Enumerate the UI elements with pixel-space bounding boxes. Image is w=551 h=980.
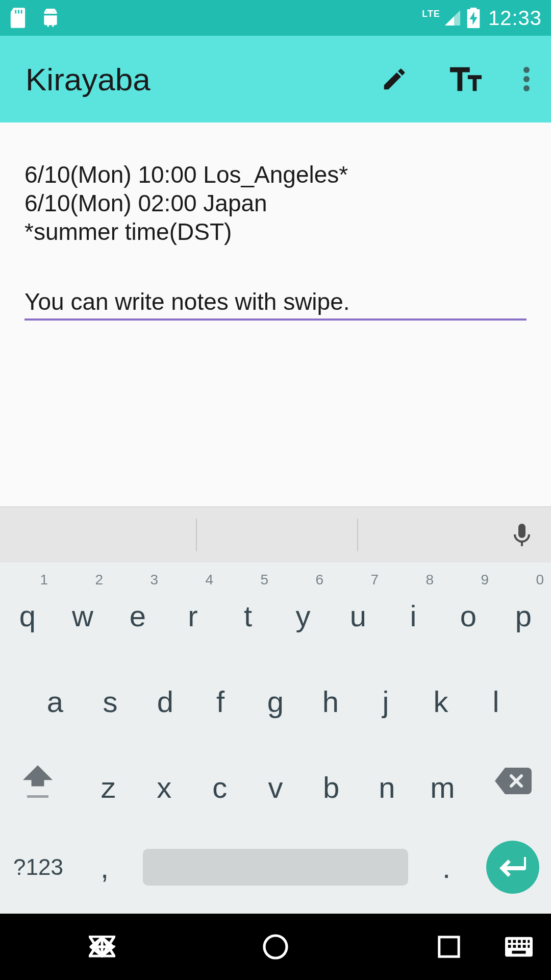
- key-label: u: [350, 599, 366, 633]
- key-label: y: [296, 599, 311, 633]
- back-button[interactable]: [51, 936, 153, 958]
- recent-apps-button[interactable]: [398, 935, 500, 959]
- soft-keyboard: q1w2e3r4t5y6u7i8o9p0 asdfghjkl zxcvbnm ?…: [0, 562, 551, 914]
- symbols-key[interactable]: ?123: [0, 824, 77, 911]
- key-i[interactable]: i8: [386, 567, 441, 652]
- text-size-icon[interactable]: [450, 66, 482, 92]
- key-hint: 2: [95, 572, 103, 588]
- android-icon: [41, 9, 60, 27]
- key-x[interactable]: x: [136, 738, 192, 824]
- key-hint: 3: [150, 572, 158, 588]
- key-f[interactable]: f: [193, 652, 248, 738]
- svg-rect-9: [523, 940, 526, 943]
- key-label: i: [410, 599, 417, 633]
- key-label: q: [19, 599, 36, 633]
- key-label: f: [216, 684, 224, 719]
- home-button[interactable]: [224, 934, 327, 960]
- key-label: b: [323, 770, 339, 804]
- key-a[interactable]: a: [28, 652, 83, 738]
- key-label: e: [130, 599, 146, 633]
- svg-rect-13: [518, 945, 521, 948]
- signal-icon: [443, 9, 462, 27]
- enter-key[interactable]: [474, 824, 551, 911]
- key-g[interactable]: g: [248, 652, 303, 738]
- key-w[interactable]: w2: [55, 567, 110, 652]
- key-label: l: [493, 684, 499, 719]
- key-hint: 9: [481, 572, 489, 588]
- key-label: c: [212, 770, 227, 804]
- note-content-area: 6/10(Mon) 10:00 Los_Angeles* 6/10(Mon) 0…: [0, 122, 551, 506]
- key-r[interactable]: r4: [165, 567, 220, 652]
- key-label: n: [379, 770, 395, 804]
- edit-icon[interactable]: [381, 65, 408, 93]
- suggestion-slot[interactable]: [184, 507, 367, 562]
- note-line: *summer time(DST): [24, 217, 527, 246]
- key-o[interactable]: o9: [441, 567, 496, 652]
- note-input[interactable]: [24, 288, 527, 321]
- svg-rect-7: [513, 940, 516, 943]
- key-v[interactable]: v: [247, 738, 303, 824]
- app-bar: Kirayaba: [0, 36, 551, 122]
- shift-key[interactable]: [7, 738, 68, 824]
- key-label: a: [47, 684, 63, 719]
- key-q[interactable]: q1: [0, 567, 55, 652]
- svg-rect-15: [528, 945, 530, 948]
- key-label: j: [383, 684, 389, 719]
- keyboard-switcher-icon[interactable]: [505, 937, 533, 957]
- microphone-icon[interactable]: [513, 524, 531, 548]
- keyboard-suggestion-bar: [0, 506, 551, 562]
- key-d[interactable]: d: [138, 652, 193, 738]
- key-u[interactable]: u7: [331, 567, 386, 652]
- clock-text: 12:33: [488, 7, 542, 30]
- key-hint: 1: [40, 572, 48, 588]
- svg-point-3: [264, 936, 287, 958]
- key-hint: 4: [205, 572, 213, 588]
- svg-rect-12: [513, 945, 516, 948]
- key-label: x: [157, 770, 171, 804]
- key-m[interactable]: m: [415, 738, 470, 824]
- key-e[interactable]: e3: [110, 567, 165, 652]
- note-line: 6/10(Mon) 02:00 Japan: [24, 189, 527, 217]
- battery-charging-icon: [467, 8, 480, 28]
- key-label: m: [430, 770, 455, 804]
- key-l[interactable]: l: [468, 652, 523, 738]
- key-z[interactable]: z: [81, 738, 136, 824]
- key-h[interactable]: h: [303, 652, 358, 738]
- svg-point-1: [523, 76, 530, 82]
- status-bar: LTE 12:33: [0, 0, 551, 36]
- key-y[interactable]: y6: [276, 567, 331, 652]
- key-label: z: [101, 770, 116, 804]
- key-s[interactable]: s: [83, 652, 138, 738]
- key-label: s: [103, 684, 118, 719]
- svg-rect-14: [523, 945, 526, 948]
- key-p[interactable]: p0: [496, 567, 551, 652]
- backspace-key[interactable]: [483, 738, 544, 824]
- key-k[interactable]: k: [413, 652, 468, 738]
- suggestion-slot[interactable]: [0, 507, 184, 562]
- svg-rect-8: [518, 940, 521, 943]
- key-j[interactable]: j: [358, 652, 413, 738]
- key-t[interactable]: t5: [220, 567, 276, 652]
- overflow-menu-icon[interactable]: [523, 66, 530, 92]
- lte-label: LTE: [422, 9, 440, 19]
- key-label: p: [515, 599, 532, 633]
- app-title: Kirayaba: [26, 61, 151, 97]
- key-hint: 7: [370, 572, 379, 588]
- key-hint: 0: [536, 572, 544, 588]
- key-label: d: [157, 684, 173, 719]
- key-n[interactable]: n: [359, 738, 415, 824]
- svg-rect-10: [528, 940, 530, 943]
- sd-card-icon: [9, 8, 27, 28]
- key-b[interactable]: b: [304, 738, 359, 824]
- divider: [196, 519, 197, 551]
- key-label: w: [72, 599, 93, 633]
- key-label: g: [267, 684, 284, 719]
- navigation-bar: [0, 914, 551, 980]
- key-c[interactable]: c: [192, 738, 247, 824]
- period-key[interactable]: .: [418, 824, 474, 911]
- key-hint: 6: [315, 572, 323, 588]
- key-label: v: [268, 770, 283, 804]
- comma-key[interactable]: ,: [77, 824, 133, 911]
- svg-point-0: [523, 67, 530, 73]
- space-key[interactable]: [133, 824, 418, 911]
